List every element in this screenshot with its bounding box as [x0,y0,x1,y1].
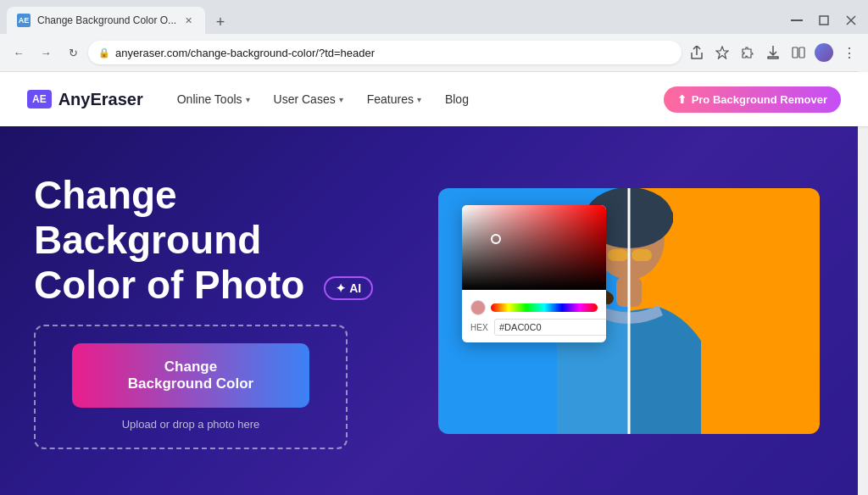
back-button[interactable]: ← [7,41,31,64]
nav-user-cases[interactable]: User Cases ▾ [274,92,343,106]
active-tab[interactable]: AE Change Background Color O... ✕ [7,7,205,34]
pro-background-remover-button[interactable]: ⬆ Pro Background Remover [664,86,841,113]
nav-user-cases-label: User Cases [274,92,336,106]
toolbar-icons: ⋮ [685,41,861,64]
ai-badge: ✦ AI [324,276,373,300]
cta-label: Pro Background Remover [692,93,827,106]
preview-card: HEX ⇅ [438,188,820,434]
nav-blog-label: Blog [445,92,469,106]
website-content: AE AnyEraser Online Tools ▾ User Cases ▾… [0,72,868,495]
upload-hint: Upload or drop a photo here [53,418,329,431]
hero-title: Change Background Color of Photo ✦ AI [34,173,407,308]
hue-slider[interactable] [491,303,598,312]
download-button[interactable] [761,41,785,64]
lock-icon: 🔒 [98,47,110,58]
hero-left: Change Background Color of Photo ✦ AI Ch… [34,173,424,449]
logo-badge: AE [27,90,52,108]
svg-rect-6 [799,47,804,58]
bookmark-star-button[interactable] [710,41,734,64]
hex-input-row: HEX ⇅ [470,319,598,336]
forward-button[interactable]: → [34,41,58,64]
nav-features-label: Features [367,92,414,106]
navbar: AE AnyEraser Online Tools ▾ User Cases ▾… [0,72,868,126]
color-preview-circle [470,300,486,315]
hero-section: Change Background Color of Photo ✦ AI Ch… [0,126,868,495]
ai-badge-text: AI [349,281,361,295]
scrollbar[interactable] [858,71,868,495]
reload-button[interactable]: ↻ [61,41,85,64]
features-dropdown-icon: ▾ [417,95,421,104]
svg-rect-11 [632,249,652,261]
color-picker-overlay: HEX ⇅ [462,205,606,342]
extensions-button[interactable] [736,41,760,64]
split-view-button[interactable] [787,41,810,64]
preview-divider [628,188,631,434]
ai-badge-icon: ✦ [336,281,346,295]
minimize-button[interactable] [787,10,807,31]
menu-button[interactable]: ⋮ [837,41,861,64]
nav-online-tools[interactable]: Online Tools ▾ [177,92,250,106]
cta-icon: ⬆ [677,93,687,106]
nav-online-tools-label: Online Tools [177,92,242,106]
upload-area[interactable]: ChangeBackground Color Upload or drop a … [34,325,348,449]
svg-rect-15 [462,205,606,290]
nav-blog[interactable]: Blog [445,92,469,106]
share-icon-button[interactable] [685,41,709,64]
address-bar[interactable]: 🔒 anyeraser.com/change-background-color/… [88,41,682,64]
online-tools-dropdown-icon: ▾ [246,95,250,104]
hero-right: HEX ⇅ [424,188,834,434]
hero-title-line2: Background [34,218,261,262]
color-sliders: HEX ⇅ [462,293,606,342]
hero-title-line1: Change [34,173,177,217]
title-bar: AE Change Background Color O... ✕ + [0,0,868,34]
nav-links: Online Tools ▾ User Cases ▾ Features ▾ B… [177,92,664,106]
browser-chrome: AE Change Background Color O... ✕ + [0,0,868,72]
svg-rect-5 [793,47,798,58]
logo[interactable]: AE AnyEraser [27,90,143,109]
new-tab-button[interactable]: + [209,10,232,34]
nav-features[interactable]: Features ▾ [367,92,421,106]
url-text: anyeraser.com/change-background-color/?t… [115,47,671,59]
close-button[interactable] [841,10,861,31]
tab-bar: AE Change Background Color O... ✕ + [7,7,787,34]
address-bar-row: ← → ↻ 🔒 anyeraser.com/change-background-… [0,34,868,71]
profile-avatar [815,43,833,62]
svg-marker-4 [716,47,728,58]
svg-rect-0 [791,19,803,21]
profile-button[interactable] [812,41,836,64]
hex-input[interactable] [494,319,606,336]
hero-title-line3: Color of Photo [34,263,304,307]
tab-title: Change Background Color O... [37,14,176,26]
slider-row [470,300,598,315]
window-controls [787,10,861,31]
user-cases-dropdown-icon: ▾ [339,95,343,104]
change-background-color-button[interactable]: ChangeBackground Color [72,343,309,408]
svg-rect-1 [820,16,828,25]
browser-window: AE Change Background Color O... ✕ + [0,0,868,495]
svg-rect-10 [608,249,628,261]
maximize-button[interactable] [814,10,834,31]
logo-text: AnyEraser [58,90,143,109]
hex-label: HEX [470,323,491,332]
tab-close-button[interactable]: ✕ [181,14,195,27]
color-spectrum [462,205,606,290]
tab-favicon: AE [17,14,31,27]
